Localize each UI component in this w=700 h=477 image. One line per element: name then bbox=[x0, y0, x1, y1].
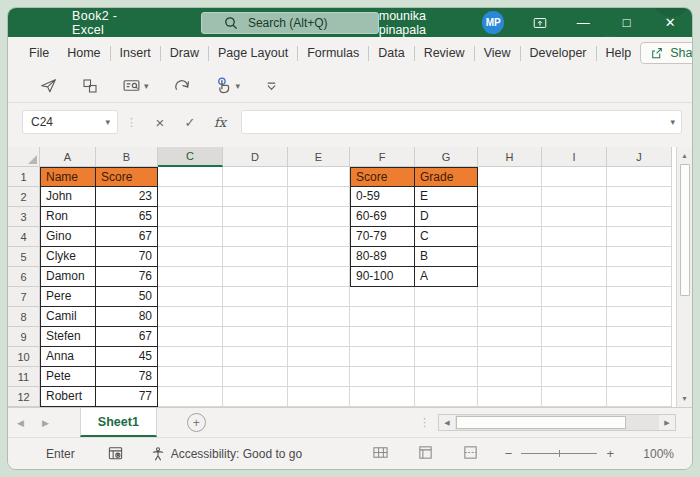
row-header-11[interactable]: 11 bbox=[8, 367, 40, 387]
row-header-10[interactable]: 10 bbox=[8, 347, 40, 367]
cell-I1[interactable] bbox=[542, 167, 607, 187]
cell-F10[interactable] bbox=[350, 347, 415, 367]
cell-H5[interactable] bbox=[478, 247, 542, 267]
menu-tab-developer[interactable]: Developer bbox=[521, 37, 596, 69]
cell-E12[interactable] bbox=[288, 387, 350, 407]
cell-C6[interactable] bbox=[158, 267, 223, 287]
menu-tab-file[interactable]: File bbox=[20, 37, 58, 69]
col-header-E[interactable]: E bbox=[288, 147, 350, 167]
accessibility-status[interactable]: Accessibility: Good to go bbox=[150, 446, 302, 462]
cell-F12[interactable] bbox=[350, 387, 415, 407]
cell-A10[interactable]: Anna bbox=[40, 347, 96, 367]
cell-B10[interactable]: 45 bbox=[96, 347, 158, 367]
insert-function-button[interactable]: fx bbox=[205, 110, 235, 134]
cell-A3[interactable]: Ron bbox=[40, 207, 96, 227]
cell-A9[interactable]: Stefen bbox=[40, 327, 96, 347]
presenter-view-button[interactable]: ▾ bbox=[115, 73, 156, 98]
col-header-F[interactable]: F bbox=[350, 147, 415, 167]
cell-I10[interactable] bbox=[542, 347, 607, 367]
cell-I7[interactable] bbox=[542, 287, 607, 307]
cell-F11[interactable] bbox=[350, 367, 415, 387]
cell-A11[interactable]: Pete bbox=[40, 367, 96, 387]
col-header-I[interactable]: I bbox=[542, 147, 607, 167]
cell-H2[interactable] bbox=[478, 187, 542, 207]
macro-record-button[interactable] bbox=[107, 445, 124, 462]
name-box[interactable]: C24 ▾ bbox=[22, 110, 118, 134]
cell-I2[interactable] bbox=[542, 187, 607, 207]
cell-B1[interactable]: Score bbox=[96, 167, 158, 187]
group-objects-button[interactable] bbox=[74, 74, 106, 98]
cell-D4[interactable] bbox=[223, 227, 288, 247]
cell-G6[interactable]: A bbox=[415, 267, 478, 287]
minimize-button[interactable]: — bbox=[562, 8, 605, 37]
cell-A6[interactable]: Damon bbox=[40, 267, 96, 287]
cell-J3[interactable] bbox=[607, 207, 672, 227]
cell-D11[interactable] bbox=[223, 367, 288, 387]
cell-D6[interactable] bbox=[223, 267, 288, 287]
cell-J2[interactable] bbox=[607, 187, 672, 207]
cell-D12[interactable] bbox=[223, 387, 288, 407]
cell-I3[interactable] bbox=[542, 207, 607, 227]
cell-A12[interactable]: Robert bbox=[40, 387, 96, 407]
cell-F2[interactable]: 0-59 bbox=[350, 187, 415, 207]
cell-C4[interactable] bbox=[158, 227, 223, 247]
cell-H7[interactable] bbox=[478, 287, 542, 307]
cell-C12[interactable] bbox=[158, 387, 223, 407]
col-header-D[interactable]: D bbox=[223, 147, 288, 167]
cell-I5[interactable] bbox=[542, 247, 607, 267]
zoom-out-button[interactable]: − bbox=[505, 446, 513, 461]
cell-H9[interactable] bbox=[478, 327, 542, 347]
cell-J11[interactable] bbox=[607, 367, 672, 387]
row-header-12[interactable]: 12 bbox=[8, 387, 40, 407]
menu-tab-home[interactable]: Home bbox=[58, 37, 109, 69]
cell-E2[interactable] bbox=[288, 187, 350, 207]
zoom-slider[interactable] bbox=[521, 453, 597, 454]
cell-J9[interactable] bbox=[607, 327, 672, 347]
cell-C2[interactable] bbox=[158, 187, 223, 207]
maximize-button[interactable]: □ bbox=[605, 8, 648, 37]
cell-I9[interactable] bbox=[542, 327, 607, 347]
horizontal-scrollbar[interactable]: ◀ ▶ bbox=[438, 414, 676, 431]
cell-G3[interactable]: D bbox=[415, 207, 478, 227]
cell-G1[interactable]: Grade bbox=[415, 167, 478, 187]
menu-tab-insert[interactable]: Insert bbox=[111, 37, 160, 69]
menu-tab-page-layout[interactable]: Page Layout bbox=[209, 37, 297, 69]
menu-tab-data[interactable]: Data bbox=[369, 37, 413, 69]
sheet-tab-sheet1[interactable]: Sheet1 bbox=[80, 408, 157, 437]
col-header-G[interactable]: G bbox=[415, 147, 478, 167]
cell-D7[interactable] bbox=[223, 287, 288, 307]
cell-B4[interactable]: 67 bbox=[96, 227, 158, 247]
col-header-J[interactable]: J bbox=[607, 147, 672, 167]
redo-button[interactable] bbox=[165, 73, 198, 98]
col-header-A[interactable]: A bbox=[40, 147, 96, 167]
ribbon-display-options-button[interactable] bbox=[518, 8, 561, 37]
cell-C10[interactable] bbox=[158, 347, 223, 367]
menu-tab-review[interactable]: Review bbox=[415, 37, 474, 69]
cell-H6[interactable] bbox=[478, 267, 542, 287]
menu-tab-view[interactable]: View bbox=[475, 37, 520, 69]
cell-G11[interactable] bbox=[415, 367, 478, 387]
page-break-view-button[interactable] bbox=[462, 444, 479, 464]
account-name[interactable]: mounika pinapala bbox=[379, 9, 472, 37]
previous-sheet-icon[interactable]: ◀ bbox=[8, 418, 33, 428]
cell-H1[interactable] bbox=[478, 167, 542, 187]
cell-C8[interactable] bbox=[158, 307, 223, 327]
cell-F7[interactable] bbox=[350, 287, 415, 307]
cell-B3[interactable]: 65 bbox=[96, 207, 158, 227]
zoom-slider-handle[interactable] bbox=[559, 450, 560, 457]
cell-A7[interactable]: Pere bbox=[40, 287, 96, 307]
cell-E9[interactable] bbox=[288, 327, 350, 347]
cell-C5[interactable] bbox=[158, 247, 223, 267]
menu-tab-formulas[interactable]: Formulas bbox=[298, 37, 368, 69]
cell-J12[interactable] bbox=[607, 387, 672, 407]
cancel-button[interactable]: × bbox=[145, 110, 175, 134]
cell-F8[interactable] bbox=[350, 307, 415, 327]
cell-E11[interactable] bbox=[288, 367, 350, 387]
cell-I12[interactable] bbox=[542, 387, 607, 407]
cell-G10[interactable] bbox=[415, 347, 478, 367]
col-header-H[interactable]: H bbox=[478, 147, 542, 167]
cell-D2[interactable] bbox=[223, 187, 288, 207]
cell-A8[interactable]: Camil bbox=[40, 307, 96, 327]
cell-D3[interactable] bbox=[223, 207, 288, 227]
cell-B8[interactable]: 80 bbox=[96, 307, 158, 327]
